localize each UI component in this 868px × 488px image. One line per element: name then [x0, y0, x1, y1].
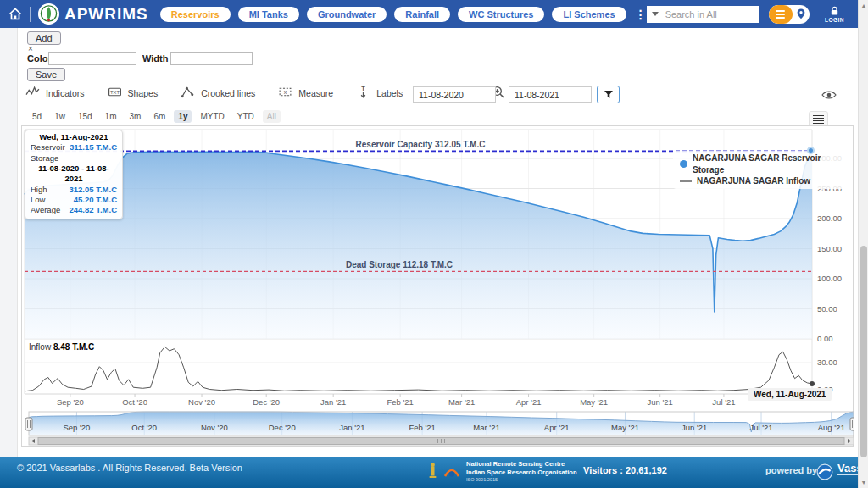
- date-to-input[interactable]: [509, 86, 592, 103]
- tool-measure[interactable]: xMeasure: [278, 85, 333, 101]
- range-button-3m[interactable]: 3m: [125, 110, 146, 123]
- remove-row-button[interactable]: ×: [28, 44, 33, 53]
- inflow-line-series[interactable]: [25, 347, 812, 391]
- range-button-6m[interactable]: 6m: [149, 110, 170, 123]
- nav-tab-mi-tanks[interactable]: MI Tanks: [238, 7, 299, 22]
- login-button[interactable]: LOGIN: [825, 6, 844, 23]
- tool-label: Indicators: [46, 88, 85, 98]
- svg-text:Nov '20: Nov '20: [188, 397, 215, 407]
- svg-text:Dec '20: Dec '20: [269, 423, 296, 432]
- svg-text:Oct '20: Oct '20: [122, 397, 147, 407]
- search-box: [647, 6, 759, 23]
- legend-line-marker: [680, 180, 692, 182]
- scroll-down-icon[interactable]: ▼: [859, 480, 868, 485]
- svg-text:Jul '21: Jul '21: [712, 397, 735, 407]
- range-button-1m[interactable]: 1m: [101, 110, 121, 123]
- inflow-value: 8.48 T.M.C: [53, 342, 94, 352]
- tooltip-date: Wed, 11-Aug-2021: [31, 132, 117, 142]
- legend-label: NAGARJUNA SAGAR Inflow: [697, 175, 810, 187]
- nav-tab-reservoirs[interactable]: Reservoirs: [160, 7, 231, 22]
- nrsc-block: National Remote Sensing Centre Indian Sp…: [428, 460, 576, 483]
- chart-tooltip: Wed, 11-Aug-2021 Reservoir Storage311.15…: [25, 130, 123, 219]
- legend-label: NAGARJUNA SAGAR Reservoir Storage: [693, 152, 846, 175]
- crosshair-date-label: Wed, 11-Aug-2021: [748, 388, 832, 401]
- range-button-15d[interactable]: 15d: [74, 110, 97, 123]
- save-button[interactable]: Save: [27, 68, 65, 81]
- legend-item-inflow[interactable]: NAGARJUNA SAGAR Inflow: [680, 175, 846, 187]
- navigator[interactable]: Sep '20Oct '20Nov '20Dec '20Jan '21Feb '…: [25, 412, 854, 435]
- svg-text:Nov '20: Nov '20: [201, 423, 228, 432]
- width-label: Width: [142, 53, 168, 64]
- range-button-5d[interactable]: 5d: [28, 110, 46, 123]
- svg-text:Jul '21: Jul '21: [749, 423, 772, 432]
- shapes-icon: TXT: [108, 85, 122, 101]
- nav-overflow-icon[interactable]: ⋮: [635, 8, 647, 21]
- nav-tab-rainfall[interactable]: Rainfall: [394, 7, 450, 22]
- top-navbar: APWRIMS ReservoirsMI TanksGroundwaterRai…: [0, 0, 858, 28]
- tool-indicators[interactable]: Indicators: [25, 85, 85, 101]
- svg-text:Feb '21: Feb '21: [409, 423, 435, 432]
- brand-title: APWRIMS: [64, 5, 148, 24]
- location-pin-icon[interactable]: [793, 8, 810, 20]
- login-label: LOGIN: [825, 17, 844, 23]
- svg-text:100.00: 100.00: [817, 274, 842, 283]
- isro-logo-icon: [442, 463, 461, 480]
- filter-button[interactable]: [597, 86, 620, 103]
- visitors-counter: Visitors : 20,61,192: [583, 465, 667, 475]
- search-input[interactable]: [664, 8, 754, 20]
- tooltip-avg-value: 244.82 T.M.C: [70, 205, 118, 215]
- svg-text:Jan '21: Jan '21: [320, 397, 346, 407]
- scroll-up-icon[interactable]: ▲: [859, 3, 868, 8]
- svg-text:30.00: 30.00: [817, 358, 837, 367]
- header-divider: [30, 7, 31, 22]
- page-scrollbar-thumb[interactable]: [860, 246, 867, 458]
- tooltip-high-label: High: [31, 185, 47, 195]
- eye-icon[interactable]: [821, 89, 837, 104]
- labels-icon: T: [356, 85, 370, 101]
- funnel-icon: [604, 90, 614, 99]
- page-scrollbar[interactable]: ▲ ▼: [858, 0, 868, 488]
- nav-tab-wc-structures[interactable]: WC Structures: [458, 7, 544, 22]
- search-scope-caret-icon[interactable]: [652, 12, 659, 16]
- svg-text:May '21: May '21: [611, 423, 639, 432]
- range-button-1y[interactable]: 1y: [174, 110, 192, 123]
- nav-tab-groundwater[interactable]: Groundwater: [307, 7, 387, 22]
- nav-tab-li-schemes[interactable]: LI Schemes: [552, 7, 626, 22]
- svg-text:x: x: [284, 89, 287, 95]
- storage-last-point-marker: [807, 147, 815, 154]
- tool-labels[interactable]: TLabels: [356, 85, 403, 101]
- date-from-input[interactable]: [413, 86, 496, 103]
- tooltip-low-label: Low: [31, 195, 45, 205]
- lock-icon: [829, 6, 840, 16]
- apwrims-app: APWRIMS ReservoirsMI TanksGroundwaterRai…: [0, 0, 868, 488]
- color-input[interactable]: [48, 52, 136, 65]
- tool-crooked-lines[interactable]: Crooked lines: [181, 85, 255, 101]
- width-input[interactable]: [170, 52, 253, 65]
- svg-text:Mar '21: Mar '21: [448, 397, 475, 407]
- list-map-toggle[interactable]: [769, 5, 810, 24]
- svg-text:50.00: 50.00: [817, 304, 837, 313]
- svg-text:Jun '21: Jun '21: [682, 423, 707, 432]
- add-button[interactable]: Add: [27, 31, 61, 45]
- range-button-1w[interactable]: 1w: [50, 110, 70, 123]
- stock-chart: Reservoir Capacity 312.05 T.M.C Dead Sto…: [21, 125, 854, 447]
- measure-icon: x: [278, 85, 292, 101]
- range-button-ytd[interactable]: YTD: [233, 110, 259, 123]
- inflow-label: Inflow: [29, 342, 51, 352]
- legend-item-storage[interactable]: NAGARJUNA SAGAR Reservoir Storage: [680, 152, 846, 175]
- org-line3: ISO 9001:2015: [466, 477, 576, 483]
- svg-text:Dec '20: Dec '20: [253, 397, 280, 407]
- tooltip-low-value: 45.20 T.M.C: [74, 195, 117, 205]
- chart-scrollbar[interactable]: [29, 437, 854, 445]
- navigator-handle-left[interactable]: [25, 418, 32, 430]
- range-button-mytd[interactable]: MYTD: [196, 110, 228, 123]
- home-icon[interactable]: [8, 8, 22, 20]
- tool-label: Labels: [376, 88, 403, 98]
- range-button-all: All: [263, 110, 281, 123]
- reservoir-capacity-label: Reservoir Capacity 312.05 T.M.C: [356, 140, 486, 149]
- dead-storage-label: Dead Storage 112.18 T.M.C: [346, 260, 453, 269]
- vassar-shield-icon: [816, 463, 833, 480]
- hamburger-icon[interactable]: [769, 5, 793, 24]
- tool-label: Crooked lines: [201, 88, 255, 98]
- tool-shapes[interactable]: TXTShapes: [108, 85, 159, 101]
